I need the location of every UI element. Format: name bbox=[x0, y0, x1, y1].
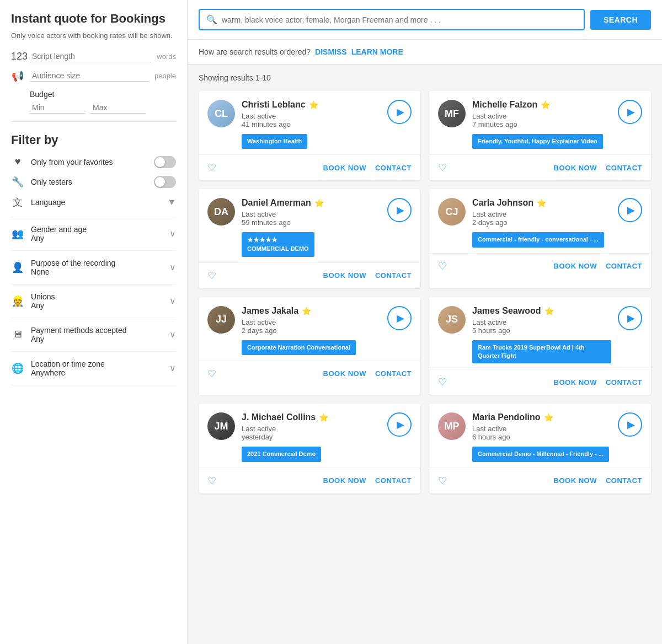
demo-tag: Commercial - friendly - conversational -… bbox=[472, 232, 604, 247]
favorite-button[interactable]: ♡ bbox=[207, 368, 216, 380]
play-button[interactable]: ▶ bbox=[387, 412, 412, 437]
language-label: Language bbox=[31, 198, 161, 207]
actor-name: Carla Johnson ⭐ bbox=[472, 198, 611, 208]
sidebar: Instant quote for Bookings Only voice ac… bbox=[0, 0, 188, 644]
card-footer: ♡ BOOK NOW CONTACT bbox=[429, 468, 651, 493]
budget-label: Budget bbox=[30, 90, 176, 99]
location-chevron-icon: ∨ bbox=[169, 363, 176, 373]
card-header: JS James Seawood ⭐ Last active 5 hours a… bbox=[429, 297, 651, 364]
contact-button[interactable]: CONTACT bbox=[375, 476, 412, 485]
play-button[interactable]: ▶ bbox=[618, 100, 642, 124]
play-button[interactable]: ▶ bbox=[618, 306, 642, 330]
book-now-button[interactable]: BOOK NOW bbox=[323, 476, 366, 485]
play-icon: ▶ bbox=[397, 418, 404, 431]
favorite-button[interactable]: ♡ bbox=[207, 162, 216, 174]
play-button[interactable]: ▶ bbox=[387, 100, 412, 124]
book-now-button[interactable]: BOOK NOW bbox=[554, 164, 597, 172]
card-footer: ♡ BOOK NOW CONTACT bbox=[429, 253, 651, 279]
gender-age-dropdown-row[interactable]: 👥 Gender and age Any ∨ bbox=[11, 225, 176, 251]
purpose-chevron-icon: ∨ bbox=[169, 262, 176, 272]
location-dropdown-row[interactable]: 🌐 Location or time zone Anywhere ∨ bbox=[11, 359, 176, 385]
avatar: DA bbox=[207, 198, 235, 226]
heart-icon: ♥ bbox=[11, 156, 24, 168]
testers-label: Only testers bbox=[31, 178, 147, 186]
demo-tag: Friendly, Youthful, Happy Explainer Vide… bbox=[472, 134, 603, 149]
avatar-initials: MP bbox=[438, 412, 466, 440]
demo-tag: ★★★★★COMMERCIAL DEMO bbox=[242, 232, 314, 256]
demo-tag: Washington Health bbox=[242, 134, 307, 149]
payment-dropdown-row[interactable]: 🖥 Payment methods accepted Any ∨ bbox=[11, 326, 176, 352]
favorite-button[interactable]: ♡ bbox=[438, 376, 447, 388]
results-count: Showing results 1-10 bbox=[199, 73, 651, 82]
play-icon: ▶ bbox=[627, 106, 635, 118]
favorite-button[interactable]: ♡ bbox=[438, 475, 447, 487]
play-icon: ▶ bbox=[397, 312, 404, 324]
last-active-time: 5 hours ago bbox=[472, 326, 611, 335]
purpose-label: Purpose of the recording bbox=[31, 259, 163, 267]
contact-button[interactable]: CONTACT bbox=[606, 164, 642, 172]
results-section: Showing results 1-10 CL Christi Leblanc … bbox=[188, 65, 662, 502]
contact-button[interactable]: CONTACT bbox=[606, 476, 642, 485]
card-footer: ♡ BOOK NOW CONTACT bbox=[199, 468, 420, 493]
book-now-button[interactable]: BOOK NOW bbox=[554, 262, 597, 270]
play-button[interactable]: ▶ bbox=[618, 198, 642, 222]
actor-card: MP Maria Pendolino ⭐ Last active 6 hours… bbox=[429, 404, 651, 493]
avatar-initials: CJ bbox=[438, 198, 466, 226]
favorite-button[interactable]: ♡ bbox=[438, 162, 447, 174]
star-badge: ⭐ bbox=[537, 198, 546, 207]
favorite-button[interactable]: ♡ bbox=[438, 260, 447, 272]
actor-card: CL Christi Leblanc ⭐ Last active 41 minu… bbox=[199, 91, 420, 180]
avatar-initials: MF bbox=[438, 100, 466, 127]
learn-more-link[interactable]: LEARN MORE bbox=[351, 47, 403, 56]
contact-button[interactable]: CONTACT bbox=[375, 164, 412, 172]
contact-button[interactable]: CONTACT bbox=[606, 262, 642, 270]
book-now-button[interactable]: BOOK NOW bbox=[323, 164, 366, 172]
testers-toggle[interactable] bbox=[154, 176, 176, 188]
book-now-button[interactable]: BOOK NOW bbox=[323, 369, 366, 378]
budget-max-input[interactable] bbox=[90, 102, 146, 114]
star-badge: ⭐ bbox=[302, 307, 311, 315]
star-badge: ⭐ bbox=[319, 413, 328, 422]
card-header: JJ James Jakala ⭐ Last active 2 days ago… bbox=[199, 297, 420, 355]
last-active-label: Last active bbox=[472, 425, 611, 433]
actor-name: J. Michael Collins ⭐ bbox=[242, 412, 381, 422]
contact-button[interactable]: CONTACT bbox=[375, 271, 412, 280]
last-active-time: 7 minutes ago bbox=[472, 120, 611, 128]
language-dropdown-row[interactable]: 文 Language ▼ bbox=[11, 196, 176, 217]
budget-min-input[interactable] bbox=[30, 102, 85, 114]
card-header: MP Maria Pendolino ⭐ Last active 6 hours… bbox=[429, 404, 651, 461]
search-button[interactable]: SEARCH bbox=[590, 10, 651, 30]
gender-age-value: Any bbox=[31, 234, 163, 243]
star-badge: ⭐ bbox=[541, 100, 550, 109]
search-icon: 🔍 bbox=[206, 14, 217, 25]
wrench-icon: 🔧 bbox=[11, 176, 24, 188]
play-button[interactable]: ▶ bbox=[387, 198, 412, 222]
favorite-button[interactable]: ♡ bbox=[207, 475, 216, 487]
results-grid: CL Christi Leblanc ⭐ Last active 41 minu… bbox=[199, 91, 651, 493]
info-text: How are search results ordered? bbox=[199, 47, 311, 56]
dismiss-link[interactable]: DISMISS bbox=[315, 47, 347, 56]
actor-name: James Seawood ⭐ bbox=[472, 306, 611, 316]
book-now-button[interactable]: BOOK NOW bbox=[554, 476, 597, 485]
actor-name: Christi Leblanc ⭐ bbox=[242, 100, 381, 110]
info-banner: How are search results ordered? DISMISS … bbox=[188, 40, 662, 65]
purpose-dropdown-row[interactable]: 👤 Purpose of the recording None ∨ bbox=[11, 259, 176, 285]
avatar: JS bbox=[438, 306, 466, 334]
unions-label: Unions bbox=[31, 292, 163, 301]
avatar: CJ bbox=[438, 198, 466, 226]
play-button[interactable]: ▶ bbox=[618, 412, 642, 437]
search-input[interactable] bbox=[222, 15, 577, 24]
book-now-button[interactable]: BOOK NOW bbox=[554, 378, 597, 387]
purpose-icon: 👤 bbox=[11, 261, 24, 273]
play-button[interactable]: ▶ bbox=[387, 306, 412, 330]
unions-dropdown-row[interactable]: 👷 Unions Any ∨ bbox=[11, 292, 176, 318]
favorite-button[interactable]: ♡ bbox=[207, 270, 216, 282]
favorites-toggle[interactable] bbox=[154, 156, 176, 168]
contact-button[interactable]: CONTACT bbox=[375, 369, 412, 378]
actor-card: DA Daniel Amerman ⭐ Last active 59 minut… bbox=[199, 189, 420, 288]
contact-button[interactable]: CONTACT bbox=[606, 378, 642, 387]
book-now-button[interactable]: BOOK NOW bbox=[323, 271, 366, 280]
audience-size-input[interactable] bbox=[30, 70, 149, 82]
script-length-input[interactable] bbox=[30, 51, 151, 62]
payment-icon: 🖥 bbox=[11, 329, 24, 340]
